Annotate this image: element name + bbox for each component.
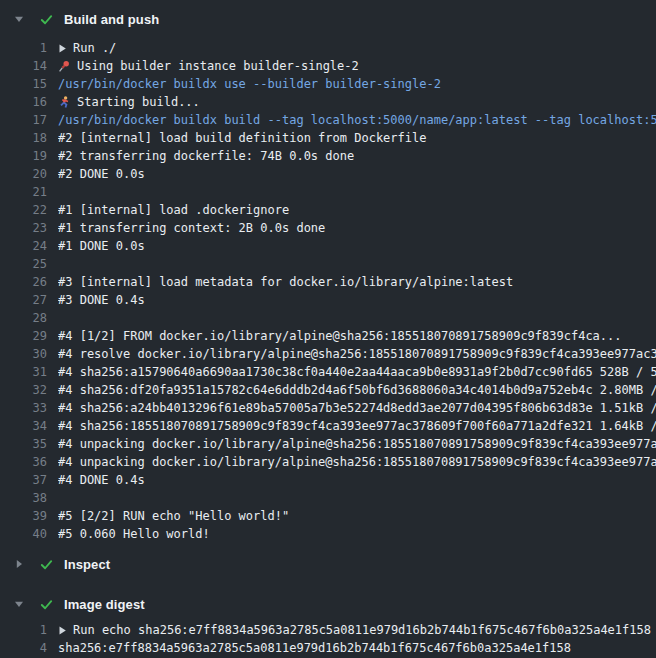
log-line[interactable]: 28 xyxy=(0,309,656,327)
chevron-down-icon xyxy=(14,599,24,609)
line-number[interactable]: 40 xyxy=(0,525,47,543)
log-text: Run ./ xyxy=(73,39,116,57)
log-line[interactable]: 25 xyxy=(0,255,656,273)
log-text: #4 [1/2] FROM docker.io/library/alpine@s… xyxy=(58,327,622,345)
section-header[interactable]: Inspect xyxy=(0,547,656,581)
log-line[interactable]: 1 Run echo sha256:e7ff8834a5963a2785c5a0… xyxy=(0,621,656,639)
line-number[interactable]: 39 xyxy=(0,507,47,525)
log-text: #4 unpacking docker.io/library/alpine@sh… xyxy=(58,435,656,453)
pushpin-icon xyxy=(58,60,72,73)
log-text: /usr/bin/docker buildx build --tag local… xyxy=(58,111,656,129)
line-number[interactable]: 22 xyxy=(0,201,47,219)
log-line[interactable]: 36 #4 unpacking docker.io/library/alpine… xyxy=(0,453,656,471)
log-line[interactable]: 27 #3 DONE 0.4s xyxy=(0,291,656,309)
log-line[interactable]: 19 #2 transferring dockerfile: 74B 0.0s … xyxy=(0,147,656,165)
log-line[interactable]: 14 Using builder instance builder-single… xyxy=(0,57,656,75)
section-title: Build and push xyxy=(64,12,159,27)
log-text: #2 DONE 0.0s xyxy=(58,165,145,183)
log-text: #4 resolve docker.io/library/alpine@sha2… xyxy=(58,345,656,363)
section-inspect: Inspect xyxy=(0,547,656,581)
log-text: #4 sha256:185518070891758909c9f839cf4ca3… xyxy=(58,417,656,435)
log-line[interactable]: 22 #1 [internal] load .dockerignore xyxy=(0,201,656,219)
line-number[interactable]: 34 xyxy=(0,417,47,435)
line-number[interactable]: 4 xyxy=(0,639,47,657)
section-log-body: 1 Run ./ 14 Using builder instance build… xyxy=(0,38,656,547)
log-text: #2 transferring dockerfile: 74B 0.0s don… xyxy=(58,147,354,165)
log-text: #1 [internal] load .dockerignore xyxy=(58,201,289,219)
line-number[interactable]: 18 xyxy=(0,129,47,147)
log-line[interactable]: 21 xyxy=(0,183,656,201)
log-text: #3 [internal] load metadata for docker.i… xyxy=(58,273,513,291)
log-text: #1 transferring context: 2B 0.0s done xyxy=(58,219,325,237)
log-line[interactable]: 16 Starting build... xyxy=(0,93,656,111)
runner-icon xyxy=(58,96,72,109)
log-line[interactable]: 38 xyxy=(0,489,656,507)
line-number[interactable]: 36 xyxy=(0,453,47,471)
log-text: #2 [internal] load build definition from… xyxy=(58,129,426,147)
line-number[interactable]: 23 xyxy=(0,219,47,237)
line-number[interactable]: 1 xyxy=(0,621,47,639)
log-line[interactable]: 39 #5 [2/2] RUN echo "Hello world!" xyxy=(0,507,656,525)
line-number[interactable]: 14 xyxy=(0,57,47,75)
section-header[interactable]: Image digest xyxy=(0,587,656,621)
log-line[interactable]: 31 #4 sha256:a15790640a6690aa1730c38cf0a… xyxy=(0,363,656,381)
run-caret-icon[interactable] xyxy=(58,44,67,53)
log-text: Run echo sha256:e7ff8834a5963a2785c5a081… xyxy=(73,621,651,639)
log-line[interactable]: 33 #4 sha256:a24bb4013296f61e89ba57005a7… xyxy=(0,399,656,417)
section-title: Image digest xyxy=(64,597,145,612)
log-text: /usr/bin/docker buildx use --builder bui… xyxy=(58,75,441,93)
check-icon xyxy=(39,597,55,612)
log-line[interactable]: 40 #5 0.060 Hello world! xyxy=(0,525,656,543)
log-text: #4 DONE 0.4s xyxy=(58,471,145,489)
line-number[interactable]: 32 xyxy=(0,381,47,399)
line-number[interactable]: 16 xyxy=(0,93,47,111)
line-number[interactable]: 19 xyxy=(0,147,47,165)
line-number[interactable]: 35 xyxy=(0,435,47,453)
log-line[interactable]: 15 /usr/bin/docker buildx use --builder … xyxy=(0,75,656,93)
line-number[interactable]: 17 xyxy=(0,111,47,129)
log-line[interactable]: 1 Run ./ xyxy=(0,39,656,57)
log-text: #5 [2/2] RUN echo "Hello world!" xyxy=(58,507,289,525)
line-number[interactable]: 27 xyxy=(0,291,47,309)
log-line[interactable]: 30 #4 resolve docker.io/library/alpine@s… xyxy=(0,345,656,363)
log-line[interactable]: 32 #4 sha256:df20fa9351a15782c64e6dddb2d… xyxy=(0,381,656,399)
log-text: #4 unpacking docker.io/library/alpine@sh… xyxy=(58,453,656,471)
line-number[interactable]: 25 xyxy=(0,255,47,273)
line-number[interactable]: 1 xyxy=(0,39,47,57)
log-line[interactable]: 26 #3 [internal] load metadata for docke… xyxy=(0,273,656,291)
line-number[interactable]: 28 xyxy=(0,309,47,327)
line-number[interactable]: 31 xyxy=(0,363,47,381)
log-line[interactable]: 34 #4 sha256:185518070891758909c9f839cf4… xyxy=(0,417,656,435)
check-icon xyxy=(39,12,55,27)
workflow-log-viewer: Build and push 1 Run ./ 14 Using builder… xyxy=(0,0,656,658)
check-icon xyxy=(39,557,55,572)
log-line[interactable]: 4 sha256:e7ff8834a5963a2785c5a0811e979d1… xyxy=(0,639,656,657)
log-line[interactable]: 37 #4 DONE 0.4s xyxy=(0,471,656,489)
run-caret-icon[interactable] xyxy=(58,626,67,635)
line-number[interactable]: 38 xyxy=(0,489,47,507)
section-title: Inspect xyxy=(64,557,110,572)
line-number[interactable]: 24 xyxy=(0,237,47,255)
log-text: #1 DONE 0.0s xyxy=(58,237,145,255)
line-number[interactable]: 33 xyxy=(0,399,47,417)
log-line[interactable]: 29 #4 [1/2] FROM docker.io/library/alpin… xyxy=(0,327,656,345)
log-text: sha256:e7ff8834a5963a2785c5a0811e979d16b… xyxy=(58,639,571,657)
log-line[interactable]: 20 #2 DONE 0.0s xyxy=(0,165,656,183)
line-number[interactable]: 15 xyxy=(0,75,47,93)
log-line[interactable]: 23 #1 transferring context: 2B 0.0s done xyxy=(0,219,656,237)
chevron-down-icon xyxy=(14,14,24,24)
log-text: #5 0.060 Hello world! xyxy=(58,525,210,543)
line-number[interactable]: 21 xyxy=(0,183,47,201)
line-number[interactable]: 37 xyxy=(0,471,47,489)
log-line[interactable]: 17 /usr/bin/docker buildx build --tag lo… xyxy=(0,111,656,129)
line-number[interactable]: 30 xyxy=(0,345,47,363)
line-number[interactable]: 26 xyxy=(0,273,47,291)
log-line[interactable]: 35 #4 unpacking docker.io/library/alpine… xyxy=(0,435,656,453)
log-text: #4 sha256:a15790640a6690aa1730c38cf0a440… xyxy=(58,363,656,381)
log-line[interactable]: 24 #1 DONE 0.0s xyxy=(0,237,656,255)
log-text: #4 sha256:a24bb4013296f61e89ba57005a7b3e… xyxy=(58,399,656,417)
line-number[interactable]: 20 xyxy=(0,165,47,183)
section-header[interactable]: Build and push xyxy=(0,0,656,38)
log-line[interactable]: 18 #2 [internal] load build definition f… xyxy=(0,129,656,147)
line-number[interactable]: 29 xyxy=(0,327,47,345)
